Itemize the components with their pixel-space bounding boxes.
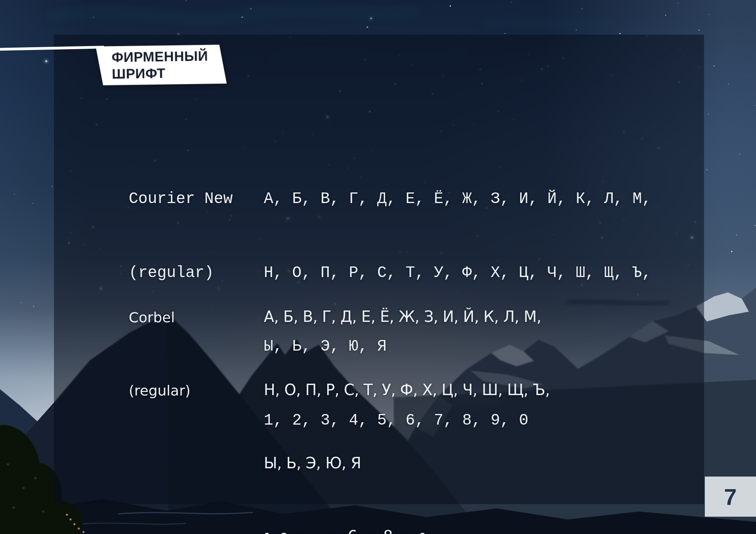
font-sample-corbel: А, Б, В, Г, Д, Е, Ё, Ж, З, И, Й, К, Л, М… bbox=[264, 256, 550, 534]
title-banner: ФИРМЕННЫЙ ШРИФТ bbox=[96, 45, 227, 85]
font-style-corbel: (regular) bbox=[129, 379, 191, 403]
font-name-corbel: Corbel bbox=[129, 305, 191, 330]
page-title-line2: ШРИФТ bbox=[112, 64, 220, 82]
page-number-box: 7 bbox=[705, 477, 756, 517]
corbel-alphabet-line-1: А, Б, В, Г, Д, Е, Ё, Ж, З, И, Й, К, Л, М… bbox=[264, 305, 550, 329]
page-title-line1: ФИРМЕННЫЙ bbox=[111, 48, 220, 66]
page-number: 7 bbox=[724, 484, 737, 510]
courier-alphabet-line-1: А, Б, В, Г, Д, Е, Ё, Ж, З, И, Й, К, Л, М… bbox=[264, 187, 651, 212]
corbel-digits-line: 1, 2, 3, 4, 5, 6, 7, 8, 9, 0 bbox=[264, 524, 550, 534]
corbel-alphabet-line-2: Н, О, П, Р, С, Т, У, Ф, Х, Ц, Ч, Ш, Щ, Ъ… bbox=[264, 378, 550, 402]
corbel-alphabet-line-3: Ы, Ь, Э, Ю, Я bbox=[264, 451, 550, 475]
font-name-courier: Courier New bbox=[129, 187, 233, 212]
brandbook-slide: ФИРМЕННЫЙ ШРИФТ Courier New (regular) А,… bbox=[0, 0, 756, 534]
font-label-corbel: Corbel (regular) bbox=[129, 257, 191, 452]
page-title: ФИРМЕННЫЙ ШРИФТ bbox=[96, 45, 220, 82]
